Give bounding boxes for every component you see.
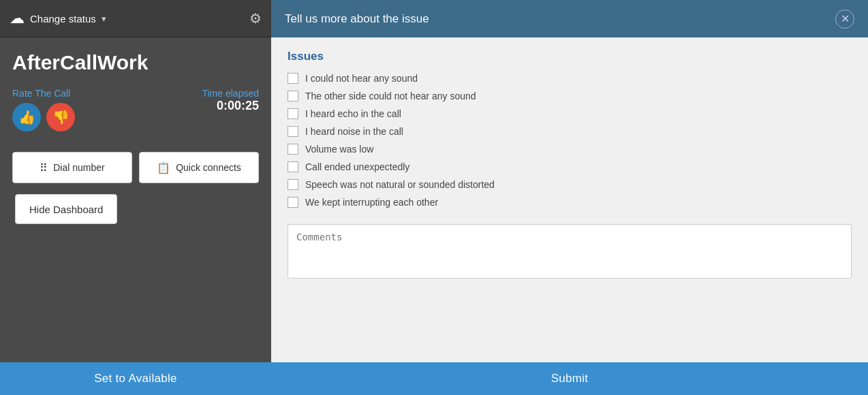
chevron-down-icon: ▾ xyxy=(102,14,106,24)
time-elapsed-block: Time elapsed 0:00:25 xyxy=(202,88,259,113)
left-header: ☁ Change status ▾ ⚙ xyxy=(0,0,271,37)
left-content: AfterCallWork Rate The Call 👍 👎 Time ela… xyxy=(0,37,271,362)
contacts-icon: 📋 xyxy=(157,161,170,174)
rate-call-block: Rate The Call 👍 👎 xyxy=(12,88,75,145)
right-header: Tell us more about the issue ✕ xyxy=(271,0,868,37)
right-header-title: Tell us more about the issue xyxy=(285,12,429,26)
dial-number-label: Dial number xyxy=(53,162,104,173)
list-item: Speech was not natural or sounded distor… xyxy=(288,179,852,190)
list-item: The other side could not hear any sound xyxy=(288,91,852,101)
issue-text: Call ended unexpectedly xyxy=(305,161,409,172)
action-buttons-row: ⠿ Dial number 📋 Quick connects xyxy=(12,152,259,183)
issue-text: The other side could not hear any sound xyxy=(305,91,476,101)
thumbs-up-icon: 👍 xyxy=(18,109,35,125)
gear-icon: ⚙ xyxy=(249,11,262,26)
issue-checkbox-3[interactable] xyxy=(288,108,298,119)
issues-label: Issues xyxy=(288,50,852,63)
list-item: I heard echo in the call xyxy=(288,108,852,119)
rate-row: Rate The Call 👍 👎 Time elapsed 0:00:25 xyxy=(12,88,259,145)
issue-text: Speech was not natural or sounded distor… xyxy=(305,179,495,190)
hide-dashboard-button[interactable]: Hide Dashboard xyxy=(15,194,117,224)
quick-connects-label: Quick connects xyxy=(176,162,241,173)
left-panel: ☁ Change status ▾ ⚙ AfterCallWork Rate T… xyxy=(0,0,271,395)
issue-text: I heard noise in the call xyxy=(305,126,403,137)
time-elapsed-label: Time elapsed xyxy=(202,88,259,99)
issue-checkbox-4[interactable] xyxy=(288,126,298,137)
list-item: Call ended unexpectedly xyxy=(288,161,852,172)
list-item: I heard noise in the call xyxy=(288,126,852,137)
comments-textarea[interactable] xyxy=(288,224,852,279)
thumbs-down-icon: 👎 xyxy=(52,109,69,125)
issues-list: I could not hear any soundThe other side… xyxy=(288,73,852,208)
status-title: AfterCallWork xyxy=(12,51,259,74)
list-item: We kept interrupting each other xyxy=(288,197,852,208)
close-icon: ✕ xyxy=(841,12,850,25)
thumbs-row: 👍 👎 xyxy=(12,103,75,131)
issue-checkbox-7[interactable] xyxy=(288,179,298,190)
quick-connects-button[interactable]: 📋 Quick connects xyxy=(139,152,259,183)
issue-text: Volume was low xyxy=(305,144,373,155)
rate-call-label: Rate The Call xyxy=(12,88,75,99)
cloud-phone-icon: ☁ xyxy=(10,10,25,27)
dial-number-button[interactable]: ⠿ Dial number xyxy=(12,152,132,183)
change-status-label: Change status xyxy=(30,13,96,25)
list-item: I could not hear any sound xyxy=(288,73,852,84)
list-item: Volume was low xyxy=(288,144,852,155)
issue-checkbox-5[interactable] xyxy=(288,144,298,155)
change-status-button[interactable]: ☁ Change status ▾ xyxy=(10,10,106,27)
set-available-label: Set to Available xyxy=(94,372,177,385)
thumbs-down-button[interactable]: 👎 xyxy=(46,103,75,131)
settings-gear-button[interactable]: ⚙ xyxy=(249,10,262,27)
issue-text: We kept interrupting each other xyxy=(305,197,438,208)
issue-text: I could not hear any sound xyxy=(305,73,418,84)
hide-dashboard-label: Hide Dashboard xyxy=(29,204,103,215)
issue-text: I heard echo in the call xyxy=(305,108,401,119)
issue-checkbox-6[interactable] xyxy=(288,161,298,172)
right-content: Issues I could not hear any soundThe oth… xyxy=(271,37,868,356)
submit-label: Submit xyxy=(551,372,589,385)
time-elapsed-value: 0:00:25 xyxy=(202,99,259,113)
issue-checkbox-1[interactable] xyxy=(288,73,298,84)
close-button[interactable]: ✕ xyxy=(835,10,854,29)
issue-checkbox-8[interactable] xyxy=(288,197,298,208)
thumbs-up-button[interactable]: 👍 xyxy=(12,103,41,131)
set-available-button[interactable]: Set to Available xyxy=(0,362,271,395)
submit-button[interactable]: Submit xyxy=(271,362,868,395)
issue-checkbox-2[interactable] xyxy=(288,91,298,101)
dial-icon: ⠿ xyxy=(40,161,48,174)
right-panel: Tell us more about the issue ✕ Issues I … xyxy=(271,0,868,395)
